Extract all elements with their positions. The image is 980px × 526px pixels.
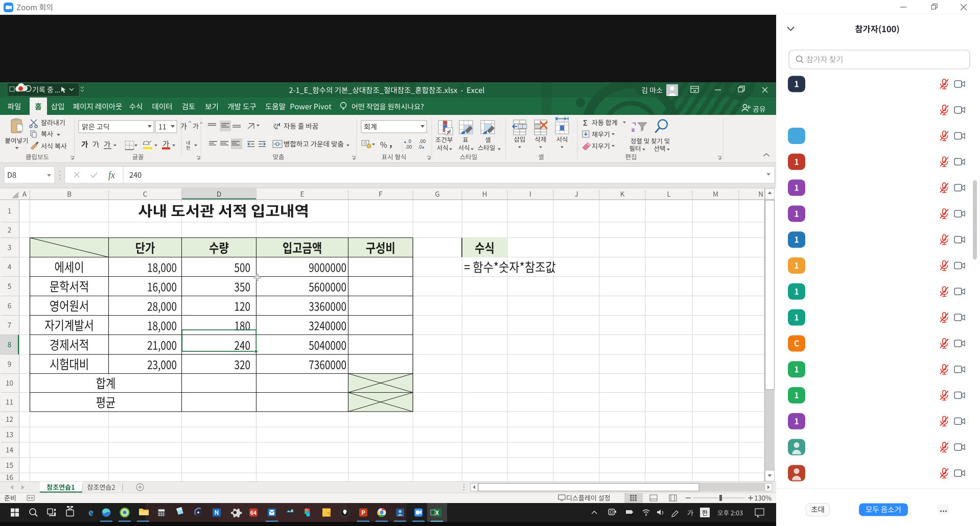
svg-text:fx: fx [108, 170, 115, 180]
